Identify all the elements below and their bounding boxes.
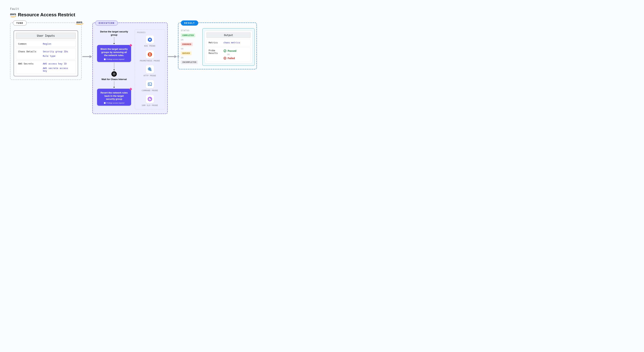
arrow-execution-to-result: [168, 55, 178, 58]
privilege-note: Privilege access required: [100, 102, 128, 104]
passed-label: Passed: [228, 50, 236, 52]
probe-result-failed: Failed: [223, 56, 236, 60]
svg-marker-13: [174, 55, 177, 58]
input-value: AWS secrete access key: [43, 67, 74, 72]
clock-icon: [112, 71, 117, 77]
result-panel: RESULT STATUS COMPLETED OR ERRORED OR QU…: [178, 22, 257, 69]
svg-marker-1: [90, 55, 92, 58]
flow-connector-icon: [113, 82, 115, 88]
probe-k8s: K8S PROBE: [136, 36, 164, 47]
execution-flow: Derive the target security group Block t…: [94, 28, 134, 110]
kubernetes-icon: [146, 36, 154, 44]
breadcrumb: Fault: [10, 7, 634, 10]
or-divider: OR: [181, 39, 200, 41]
input-key: Chaos Details: [18, 50, 40, 57]
failed-label: Failed: [228, 57, 235, 60]
user-inputs-header: User Inputs: [16, 32, 76, 39]
probe-http: HTTP PROBE: [136, 65, 164, 77]
input-key: AWS Secrets: [18, 62, 40, 72]
chaos-metrics-link[interactable]: chaos metrics: [223, 42, 240, 44]
input-value: Region: [43, 42, 51, 45]
output-key: Probe Results: [209, 49, 221, 60]
or-divider: OR: [181, 48, 200, 50]
output-key: Metrics: [209, 42, 221, 44]
page-title: Resource Access Restrict: [18, 12, 75, 18]
step-text: Block the target security groups by remo…: [100, 48, 128, 57]
http-globe-icon: [146, 65, 154, 74]
input-row-aws-secrets: AWS Secrets AWS access key ID AWS secret…: [16, 60, 76, 74]
input-value: Rule type: [43, 55, 68, 57]
execution-label: EXECUTION: [95, 20, 118, 26]
chaos-badge-icon: [129, 44, 132, 47]
probe-srm-slo: SRM SLO PROBE: [136, 95, 164, 106]
privilege-note: Privilege access required: [100, 58, 128, 60]
pipeline-row: TUNE aws User Inputs Common Region Chaos…: [10, 22, 634, 114]
user-inputs-box: User Inputs Common Region Chaos Details …: [14, 30, 78, 76]
x-circle-icon: [223, 56, 226, 60]
probe-prometheus: PROMETHEUS PROBE: [136, 50, 164, 62]
arrow-tune-to-execution: [82, 55, 92, 58]
step-wait-interval: Wait for Chaos Interval: [101, 78, 126, 81]
probes-label: PROBES: [136, 31, 164, 34]
output-row-probe-results: Probe Results Passed OR Failed: [206, 47, 251, 62]
status-header: STATUS: [181, 30, 200, 32]
probes-subpanel: PROBES K8S PROBE PROMETHEUS PROBE HTTP P…: [135, 30, 165, 109]
step-revert-rules: Revert the network rules back in the tar…: [97, 89, 131, 106]
probe-command: COMMAND PROBE: [136, 80, 164, 92]
aws-corner-icon: aws: [75, 20, 84, 24]
svg-point-5: [150, 39, 150, 40]
terminal-icon: [146, 80, 154, 88]
svg-rect-8: [148, 83, 152, 86]
page-header: Fault aws Resource Access Restrict: [10, 7, 634, 18]
tune-label: TUNE: [13, 20, 27, 26]
output-subpanel: Output Metrics chaos metrics Probe Resul…: [202, 28, 255, 66]
output-box: Output Metrics chaos metrics Probe Resul…: [205, 31, 252, 64]
gauge-icon: [146, 95, 154, 103]
probe-label: PROMETHEUS PROBE: [140, 60, 160, 62]
aws-logo-icon: aws: [10, 12, 16, 17]
status-errored: ERRORED: [181, 42, 193, 46]
svg-point-11: [150, 99, 150, 100]
input-row-chaos-details: Chaos Details Security group IDs Rule ty…: [16, 48, 76, 59]
input-value: Security group IDs: [43, 50, 68, 53]
probe-label: SRM SLO PROBE: [142, 104, 158, 106]
prometheus-icon: [146, 50, 154, 58]
check-circle-icon: [223, 49, 226, 52]
probe-label: HTTP PROBE: [144, 74, 156, 77]
step-derive-target: Derive the target security group: [99, 30, 129, 36]
step-text: Revert the network rules back in the tar…: [100, 91, 128, 101]
input-key: Common: [18, 42, 40, 45]
probe-label: K8S PROBE: [144, 45, 156, 47]
probe-result-passed: Passed: [223, 49, 236, 52]
status-queued: QUEUED: [181, 52, 192, 55]
status-column: STATUS COMPLETED OR ERRORED OR QUEUED OR…: [181, 28, 200, 66]
tune-panel: TUNE aws User Inputs Common Region Chaos…: [10, 22, 82, 80]
output-header: Output: [206, 32, 251, 38]
flow-connector-icon: [113, 63, 115, 70]
input-row-common: Common Region: [16, 40, 76, 47]
input-value: AWS access key ID: [43, 62, 74, 65]
result-label: RESULT: [181, 20, 198, 26]
or-divider: OR: [181, 56, 200, 59]
chaos-badge-icon: [129, 88, 132, 90]
step-block-security-groups: Block the target security groups by remo…: [97, 45, 131, 62]
status-completed: COMPLETED: [181, 34, 195, 37]
flow-connector-icon: [113, 37, 115, 44]
status-incompleted: INCOMPLETED: [181, 60, 198, 64]
execution-panel: EXECUTION Derive the target security gro…: [92, 22, 168, 114]
or-divider: OR: [227, 54, 236, 56]
output-row-metrics: Metrics chaos metrics: [206, 40, 251, 46]
probe-label: COMMAND PROBE: [142, 90, 158, 92]
